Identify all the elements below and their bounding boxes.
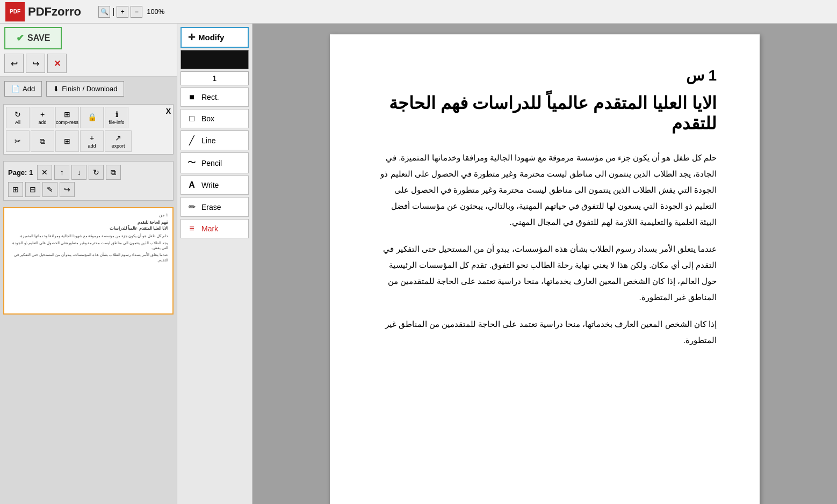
undo-button[interactable]: ↩ <box>4 54 24 73</box>
zoom-out-button[interactable]: − <box>131 6 142 18</box>
add-tool-label: add <box>38 120 46 125</box>
thumb-content: 1 من فهم الحاجة للتقدم الايا العليا المت… <box>9 213 168 262</box>
zoom-area: 🔍 | + − 100% <box>98 6 164 18</box>
zoom-in-button[interactable]: + <box>117 6 128 18</box>
page-copy-button[interactable]: ⧉ <box>106 165 121 180</box>
pdf-heading-small: 1 س <box>373 67 717 84</box>
compress-icon: ⊞ <box>64 110 70 119</box>
action-row: ↩ ↪ ✕ <box>4 54 172 73</box>
save-button[interactable]: ✔ SAVE <box>4 27 62 49</box>
add2-icon: + <box>90 134 94 142</box>
page-controls: Page: 1 ✕ ↑ ↓ ↻ ⧉ ⊞ ⊟ ✎ ↪ <box>3 161 174 201</box>
thumb-title: فهم الحاجة للتقدم الايا العليا المتقدم ع… <box>9 220 168 231</box>
tools-panel: X ↻ All + add ⊞ comp-ress 🔒 <box>0 101 177 158</box>
toolbar-row: ✔ SAVE ↩ ↪ ✕ <box>0 24 177 77</box>
file-info-label: file-info <box>109 120 124 125</box>
page-btn2[interactable]: ⊟ <box>25 182 40 197</box>
pdf-content[interactable]: 1 س الايا العليا المتقدم عالمياً للدراسا… <box>252 24 837 504</box>
page-down-button[interactable]: ↓ <box>71 165 86 180</box>
export-label: export <box>111 143 125 149</box>
line-icon: ╱ <box>186 135 197 145</box>
zoom-fit-button[interactable]: 🔍 <box>98 6 110 18</box>
thumb-para1: حلم كل طفل هو أن يكون جزء من مؤسسة مرموق… <box>9 233 168 238</box>
redo-button[interactable]: ↪ <box>26 54 45 73</box>
rect-label: Rect. <box>201 93 219 101</box>
logo-pdf-text: PDF <box>10 9 20 14</box>
main-layout: ✔ SAVE ↩ ↪ ✕ 📄 Add ⬇ Finish / Download <box>0 24 837 504</box>
pdf-paragraph-2: عندما يتعلق الأمر بسداد رسوم الطلاب بشأن… <box>373 241 717 305</box>
modify-button[interactable]: ✛ Modify <box>181 27 249 48</box>
tool-rotate-all[interactable]: ↻ All <box>6 107 30 128</box>
pdf-paragraph-3: إذا كان الشخص المعين العارف بخدماتها، من… <box>373 316 717 348</box>
page-number-input[interactable] <box>181 71 249 85</box>
tool-add[interactable]: + add <box>31 107 54 128</box>
top-bar: PDF PDFzorro 🔍 | + − 100% <box>0 0 837 24</box>
modify-label: Modify <box>198 33 224 42</box>
page-up-button[interactable]: ↑ <box>54 165 69 180</box>
copy-icon: ⧉ <box>40 137 45 146</box>
logo-area: PDF PDFzorro <box>5 2 81 21</box>
box-tool-button[interactable]: □ Box <box>181 109 249 128</box>
finish-download-button[interactable]: ⬇ Finish / Download <box>46 81 124 97</box>
pencil-tool-button[interactable]: 〜 Pencil <box>181 152 249 173</box>
pdf-heading-main: الايا العليا المتقدم عالمياً للدراسات فه… <box>373 93 717 134</box>
add2-label: add <box>88 143 96 149</box>
file-info-icon: ℹ <box>116 110 118 119</box>
annot-sidebar: ✛ Modify ■ Rect. □ Box ╱ Line 〜 Pencil <box>177 24 252 504</box>
mark-label: Mark <box>201 224 218 233</box>
tool-compress[interactable]: ⊞ comp-ress <box>55 107 79 128</box>
thumb-title-line2: الايا العليا المتقدم عالمياً للدراسات <box>110 226 168 231</box>
page-thumbnail: 1 من فهم الحاجة للتقدم الايا العليا المت… <box>3 207 174 315</box>
line-label: Line <box>201 136 215 145</box>
erase-label: Erase <box>201 203 221 211</box>
add-button[interactable]: 📄 Add <box>4 81 42 97</box>
close-button[interactable]: ✕ <box>47 54 67 73</box>
lock-icon: 🔒 <box>88 113 97 121</box>
thumb-title-line1: فهم الحاجة للتقدم <box>138 220 168 225</box>
color-swatch[interactable] <box>181 50 249 69</box>
pencil-icon: 〜 <box>186 157 197 169</box>
write-label: Write <box>201 181 219 189</box>
line-tool-button[interactable]: ╱ Line <box>181 130 249 150</box>
thumb-page-num: 1 من <box>9 213 168 218</box>
tools-panel-inner: X ↻ All + add ⊞ comp-ress 🔒 <box>3 104 174 155</box>
tools-row-1: ↻ All + add ⊞ comp-ress 🔒 <box>6 107 171 128</box>
split-icon: ⊞ <box>64 137 70 145</box>
pencil-label: Pencil <box>201 159 222 167</box>
tool-add2[interactable]: + add <box>80 130 104 152</box>
cut-icon: ✂ <box>15 137 21 145</box>
tool-export[interactable]: ↗ export <box>105 130 132 152</box>
save-label: SAVE <box>27 33 50 43</box>
page-controls-row2: ⊞ ⊟ ✎ ↪ <box>8 182 169 197</box>
logo-icon: PDF <box>5 2 25 21</box>
checkmark-icon: ✔ <box>16 32 24 44</box>
logo-text: PDFzorro <box>28 5 81 19</box>
page-close-button[interactable]: ✕ <box>37 165 52 180</box>
modify-icon: ✛ <box>188 32 195 42</box>
mark-tool-button[interactable]: ≡ Mark <box>181 219 249 238</box>
rotate-all-icon: ↻ <box>15 110 21 119</box>
file-actions: 📄 Add ⬇ Finish / Download <box>0 77 177 101</box>
tool-copy-page[interactable]: ⧉ <box>31 130 54 152</box>
add-label: Add <box>23 85 35 93</box>
tool-cut[interactable]: ✂ <box>6 130 30 152</box>
write-icon: A <box>186 180 197 190</box>
erase-tool-button[interactable]: ✏ Erase <box>181 197 249 217</box>
thumb-para3: عندما يتعلق الأمر بسداد رسوم الطلاب بشأن… <box>9 252 168 262</box>
pdf-page: 1 س الايا العليا المتقدم عالمياً للدراسا… <box>330 34 760 504</box>
page-btn1[interactable]: ⊞ <box>8 182 23 197</box>
zoom-level: 100% <box>147 8 164 16</box>
tool-lock[interactable]: 🔒 <box>80 107 104 128</box>
page-btn3[interactable]: ✎ <box>42 182 57 197</box>
thumb-para2: يجد الطلاب الذين ينتمون الى مناطق ليست م… <box>9 240 168 250</box>
write-tool-button[interactable]: A Write <box>181 176 249 195</box>
tools-row-2: ✂ ⧉ ⊞ + add ↗ export <box>6 130 171 152</box>
box-label: Box <box>201 114 214 123</box>
tools-close-button[interactable]: X <box>166 107 171 115</box>
page-rotate-button[interactable]: ↻ <box>89 165 104 180</box>
rect-tool-button[interactable]: ■ Rect. <box>181 87 249 107</box>
tool-split[interactable]: ⊞ <box>55 130 79 152</box>
tool-file-info[interactable]: ℹ file-info <box>105 107 128 128</box>
pdf-paragraph-1: حلم كل طفل هو أن يكون جزء من مؤسسة مرموق… <box>373 150 717 230</box>
page-btn4[interactable]: ↪ <box>60 182 75 197</box>
